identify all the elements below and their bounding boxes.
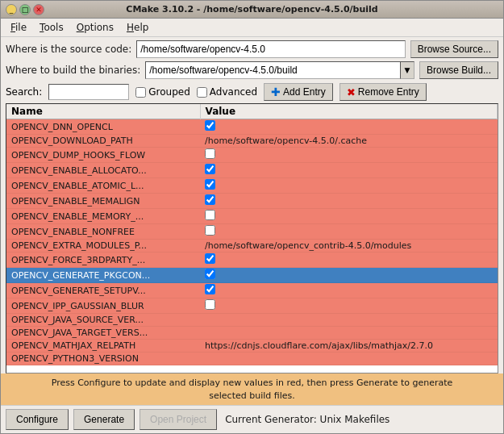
entries-table: Name Value OPENCV_DNN_OPENCLOPENCV_DOWNL…: [6, 104, 498, 365]
table-row[interactable]: OPENCV_ENABLE_ATOMIC_L...: [6, 178, 498, 194]
table-cell-name: OPENCV_JAVA_SOURCE_VER...: [6, 314, 200, 327]
table-cell-checkbox[interactable]: [205, 269, 215, 279]
table-cell-value: [200, 283, 498, 298]
source-input[interactable]: [136, 40, 405, 58]
browse-source-button[interactable]: Browse Source...: [410, 40, 498, 58]
open-project-button[interactable]: Open Project: [140, 409, 217, 430]
table-cell-value: [200, 209, 498, 224]
col-value-header: Value: [200, 104, 498, 119]
browse-build-button[interactable]: Browse Build...: [419, 61, 498, 79]
build-dropdown-arrow[interactable]: ▼: [400, 61, 414, 79]
table-cell-value: [200, 148, 498, 163]
table-cell-value: [200, 194, 498, 209]
generate-button[interactable]: Generate: [73, 409, 135, 430]
table-row[interactable]: OPENCV_JAVA_SOURCE_VER...: [6, 314, 498, 327]
table-cell-value: [200, 353, 498, 365]
status-bar: Press Configure to update and display ne…: [1, 373, 503, 405]
table-cell-name: OPENCV_DUMP_HOOKS_FLOW: [6, 148, 200, 163]
table-cell-value: [200, 327, 498, 340]
table-cell-checkbox[interactable]: [205, 179, 215, 190]
table-cell-value: /home/software/opencv-4.5.0/.cache: [200, 135, 498, 148]
add-entry-label: Add Entry: [283, 86, 326, 98]
table-cell-name: OPENCV_ENABLE_MEMORY_...: [6, 209, 200, 224]
table-cell-name: OPENCV_ENABLE_NONFREE: [6, 224, 200, 240]
table-cell-checkbox[interactable]: [205, 120, 215, 131]
configure-button[interactable]: Configure: [6, 409, 69, 430]
search-input[interactable]: [48, 84, 129, 100]
menu-help[interactable]: Help: [122, 20, 153, 35]
table-row[interactable]: OPENCV_MATHJAX_RELPATHhttps://cdnjs.clou…: [6, 340, 498, 353]
table-cell-name: OPENCV_ENABLE_ATOMIC_L...: [6, 178, 200, 194]
grouped-checkbox[interactable]: [135, 87, 146, 98]
table-cell-value: /home/software/opencv_contrib-4.5.0/modu…: [200, 240, 498, 252]
table-cell-name: OPENCV_GENERATE_PKGCON...: [6, 268, 200, 283]
add-entry-button[interactable]: ✚ Add Entry: [264, 83, 333, 101]
status-line2: selected build files.: [7, 390, 497, 402]
table-cell-name: OPENCV_ENABLE_MEMALIGN: [6, 194, 200, 209]
menu-file[interactable]: File: [6, 20, 31, 35]
build-label: Where to build the binaries:: [6, 65, 140, 76]
table-cell-name: OPENCV_PYTHON3_VERSION: [6, 353, 200, 365]
menu-options[interactable]: Options: [72, 20, 119, 35]
generator-label: Current Generator: Unix Makefiles: [225, 414, 389, 425]
table-cell-name: OPENCV_DNN_OPENCL: [6, 119, 200, 135]
table-cell-checkbox[interactable]: [205, 164, 215, 174]
window-title: CMake 3.10.2 - /home/software/opencv-4.5…: [44, 4, 460, 15]
table-row[interactable]: OPENCV_ENABLE_NONFREE: [6, 224, 498, 240]
grouped-checkbox-label[interactable]: Grouped: [135, 86, 190, 98]
status-line1: Press Configure to update and display ne…: [7, 377, 497, 389]
table-row[interactable]: OPENCV_DNN_OPENCL: [6, 119, 498, 135]
table-row[interactable]: OPENCV_JAVA_TARGET_VERS...: [6, 327, 498, 340]
table-cell-checkbox[interactable]: [205, 148, 215, 159]
table-cell-checkbox[interactable]: [205, 225, 215, 236]
search-row: Search: Grouped Advanced ✚ Add Entry ✖ R…: [1, 81, 503, 103]
table-cell-name: OPENCV_GENERATE_SETUPV...: [6, 283, 200, 298]
table-row[interactable]: OPENCV_ENABLE_MEMALIGN: [6, 194, 498, 209]
grouped-label-text: Grouped: [148, 86, 190, 98]
source-row: Where is the source code: Browse Source.…: [1, 37, 503, 60]
advanced-checkbox[interactable]: [197, 87, 207, 98]
minimize-button[interactable]: _: [6, 4, 17, 15]
bottom-bar: Configure Generate Open Project Current …: [1, 405, 503, 433]
table-row[interactable]: OPENCV_ENABLE_MEMORY_...: [6, 209, 498, 224]
menu-help-label: Help: [127, 22, 148, 33]
table-cell-checkbox[interactable]: [205, 194, 215, 205]
table-row[interactable]: OPENCV_IPP_GAUSSIAN_BLUR: [6, 298, 498, 314]
main-window: _ □ ✕ CMake 3.10.2 - /home/software/open…: [0, 0, 504, 434]
table-cell-value: [200, 268, 498, 283]
table-cell-value: [200, 163, 498, 178]
advanced-label-text: Advanced: [210, 86, 257, 98]
table-row[interactable]: OPENCV_EXTRA_MODULES_P.../home/software/…: [6, 240, 498, 252]
menubar: File Tools Options Help: [1, 19, 503, 37]
x-icon: ✖: [347, 86, 356, 98]
advanced-checkbox-label[interactable]: Advanced: [197, 86, 257, 98]
table-cell-value: [200, 224, 498, 240]
table-row[interactable]: OPENCV_ENABLE_ALLOCATO...: [6, 163, 498, 178]
entries-table-container[interactable]: Name Value OPENCV_DNN_OPENCLOPENCV_DOWNL…: [6, 103, 498, 373]
table-cell-checkbox[interactable]: [205, 284, 215, 294]
build-input[interactable]: [145, 61, 400, 79]
table-cell-checkbox[interactable]: [205, 253, 215, 264]
table-row[interactable]: OPENCV_GENERATE_PKGCON...: [6, 268, 498, 283]
table-cell-name: OPENCV_IPP_GAUSSIAN_BLUR: [6, 298, 200, 314]
table-cell-value: [200, 314, 498, 327]
menu-tools[interactable]: Tools: [35, 20, 69, 35]
table-cell-checkbox[interactable]: [205, 299, 215, 310]
maximize-button[interactable]: □: [19, 4, 31, 15]
table-cell-value: [200, 178, 498, 194]
table-cell-checkbox[interactable]: [205, 210, 215, 220]
table-row[interactable]: OPENCV_FORCE_3RDPARTY_...: [6, 252, 498, 268]
source-label: Where is the source code:: [6, 44, 131, 55]
window-controls: _ □ ✕: [6, 4, 44, 15]
build-combo: ▼: [145, 61, 414, 79]
table-cell-name: OPENCV_DOWNLOAD_PATH: [6, 135, 200, 148]
remove-entry-label: Remove Entry: [358, 86, 419, 98]
table-cell-name: OPENCV_MATHJAX_RELPATH: [6, 340, 200, 353]
table-row[interactable]: OPENCV_GENERATE_SETUPV...: [6, 283, 498, 298]
table-row[interactable]: OPENCV_DUMP_HOOKS_FLOW: [6, 148, 498, 163]
close-button[interactable]: ✕: [33, 4, 44, 15]
table-row[interactable]: OPENCV_PYTHON3_VERSION: [6, 353, 498, 365]
table-row[interactable]: OPENCV_DOWNLOAD_PATH/home/software/openc…: [6, 135, 498, 148]
table-cell-name: OPENCV_EXTRA_MODULES_P...: [6, 240, 200, 252]
remove-entry-button[interactable]: ✖ Remove Entry: [339, 83, 427, 101]
